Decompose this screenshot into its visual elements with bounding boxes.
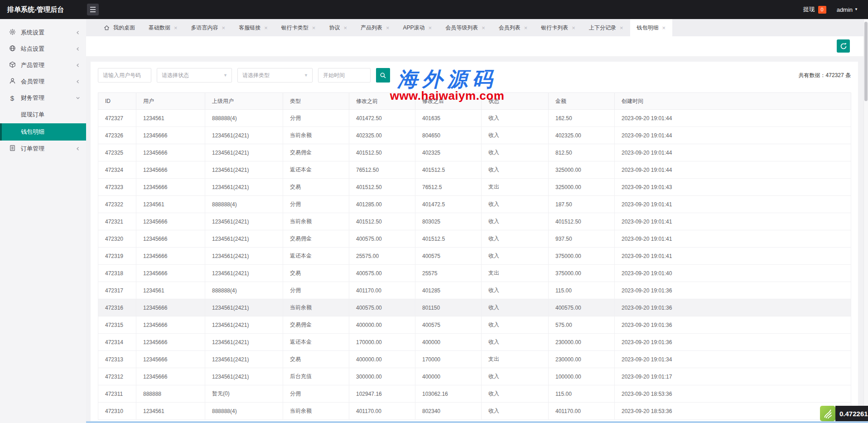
close-icon[interactable]: × <box>343 25 347 31</box>
cell: 472325 <box>98 144 136 161</box>
tab-9[interactable]: 会员列表× <box>492 19 535 36</box>
cell: 401512.5 <box>415 230 482 248</box>
cell: 402325.00 <box>549 127 615 144</box>
cell: 162.50 <box>549 110 615 127</box>
withdraw-count-badge: 0 <box>818 6 826 14</box>
close-icon[interactable]: × <box>264 25 268 31</box>
chevron-down-icon: ▼ <box>304 73 308 78</box>
close-icon[interactable]: × <box>524 25 528 31</box>
cell: 2023-09-20 19:01:40 <box>615 265 851 282</box>
tab-6[interactable]: 产品列表× <box>354 19 396 36</box>
column-header-7: 金额 <box>549 93 615 110</box>
sidebar-subitem-钱包明细[interactable]: 钱包明细 <box>0 123 86 141</box>
close-icon[interactable]: × <box>572 25 575 31</box>
thinkphp-logo-icon[interactable] <box>820 406 835 421</box>
withdraw-label: 提现 <box>803 5 815 14</box>
table-row: 472323123456661234561(2421)交易401512.5076… <box>98 179 851 196</box>
refresh-button[interactable] <box>837 39 850 53</box>
close-icon[interactable]: × <box>429 25 432 31</box>
tab-11[interactable]: 上下分记录× <box>582 19 630 36</box>
column-header-3: 类型 <box>283 93 349 110</box>
cell: 1234561(2421) <box>205 230 283 248</box>
cell: 当前余额 <box>283 299 349 316</box>
cell: 472311 <box>98 385 136 403</box>
sidebar-item-3[interactable]: 会员管理 <box>0 73 86 90</box>
sidebar-item-4[interactable]: $ 财务管理 <box>0 90 86 106</box>
sidebar-toggle-button[interactable] <box>87 4 99 15</box>
cell: 2023-09-20 19:01:36 <box>615 299 851 316</box>
withdraw-notice-button[interactable]: 提现 0 <box>803 5 826 14</box>
status-select[interactable]: 请选择状态 ▼ <box>157 68 232 83</box>
cell: 401170.00 <box>349 282 415 299</box>
cell: 170000.00 <box>349 334 415 351</box>
cell: 375000.00 <box>549 248 615 265</box>
sidebar-item-2[interactable]: 产品管理 <box>0 57 86 73</box>
tab-0[interactable]: 我的桌面 <box>97 19 142 36</box>
chevron-down-icon: ▼ <box>854 8 858 11</box>
tab-1[interactable]: 基础数据× <box>142 19 184 36</box>
tab-3[interactable]: 客服链接× <box>232 19 275 36</box>
tab-label: 上下分记录 <box>589 24 616 32</box>
member-user-icon <box>9 78 16 84</box>
cell: 收入 <box>482 110 549 127</box>
table-row: 472311888888暂无(0)分佣102947.16103062.16收入1… <box>98 385 851 403</box>
content-card: 请选择状态 ▼ 请选择类型 ▼ 共有数据：472327 条 ID用户上级用户类型… <box>91 62 858 423</box>
close-icon[interactable]: × <box>312 25 316 31</box>
close-icon[interactable]: × <box>386 25 390 31</box>
cell: 支出 <box>482 351 549 368</box>
cell: 收入 <box>482 213 549 230</box>
tab-12[interactable]: 钱包明细× <box>630 19 673 36</box>
tab-label: 银行卡列表 <box>541 24 568 32</box>
type-select[interactable]: 请选择类型 ▼ <box>237 68 313 83</box>
cell: 暂无(0) <box>205 385 283 403</box>
sidebar-item-0[interactable]: 系统设置 <box>0 24 86 41</box>
toolbar <box>86 36 863 56</box>
tab-7[interactable]: APP滚动× <box>396 19 439 36</box>
vertical-scrollbar[interactable] <box>863 19 868 423</box>
search-button[interactable] <box>376 68 390 83</box>
cell: 325000.00 <box>549 161 615 179</box>
tab-5[interactable]: 协议× <box>322 19 354 36</box>
cell: 12345666 <box>136 299 205 316</box>
tab-2[interactable]: 多语言内容× <box>184 19 232 36</box>
close-icon[interactable]: × <box>222 25 226 31</box>
tab-label: 产品列表 <box>361 24 382 32</box>
close-icon[interactable]: × <box>174 25 178 31</box>
tab-10[interactable]: 银行卡列表× <box>534 19 582 36</box>
close-icon[interactable]: × <box>662 25 666 31</box>
cell: 支出 <box>482 179 549 196</box>
cell: 2023-09-20 18:53:36 <box>615 385 851 403</box>
cell: 115.00 <box>549 385 615 403</box>
cell: 支出 <box>482 265 549 282</box>
cell: 402325 <box>415 144 482 161</box>
cell: 472319 <box>98 248 136 265</box>
cell: 1234561(2421) <box>205 265 283 282</box>
close-icon[interactable]: × <box>620 25 623 31</box>
cell: 12345666 <box>136 127 205 144</box>
debug-bar-top-edge <box>86 421 868 423</box>
table-row: 472326123456661234561(2421)当前余额402325.00… <box>98 127 851 144</box>
column-header-1: 用户 <box>136 93 205 110</box>
sidebar-subitem-提现订单[interactable]: 提现订单 <box>0 106 86 123</box>
gear-icon <box>9 29 16 35</box>
sidebar-item-1[interactable]: 站点设置 <box>0 41 86 57</box>
cell: 375000.00 <box>549 265 615 282</box>
cell: 返还本金 <box>283 334 349 351</box>
cell: 76512.50 <box>349 161 415 179</box>
table-row: 472316123456661234561(2421)当前余额400575.00… <box>98 299 851 316</box>
cell: 12345666 <box>136 351 205 368</box>
scrollbar-thumb[interactable] <box>864 22 868 101</box>
cell: 12345666 <box>136 334 205 351</box>
cell: 1234561(2421) <box>205 351 283 368</box>
close-icon[interactable]: × <box>482 25 485 31</box>
cell: 401512.50 <box>349 213 415 230</box>
user-menu[interactable]: admin ▼ <box>837 6 858 13</box>
tab-8[interactable]: 会员等级列表× <box>439 19 492 36</box>
sidebar-item-5[interactable]: 订单管理 <box>0 141 86 157</box>
user-number-input[interactable] <box>98 68 151 83</box>
cell: 收入 <box>482 248 549 265</box>
cell: 分佣 <box>283 196 349 213</box>
cell: 187.50 <box>549 196 615 213</box>
start-time-input[interactable] <box>318 68 371 83</box>
tab-4[interactable]: 银行卡类型× <box>275 19 323 36</box>
